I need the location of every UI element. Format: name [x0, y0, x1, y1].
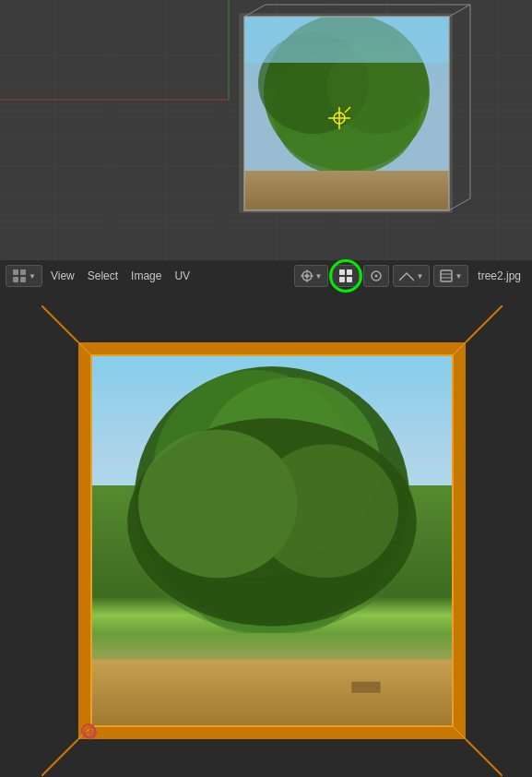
uv-texture-image [91, 355, 453, 726]
svg-line-28 [449, 5, 470, 17]
view-overlay-button[interactable]: ▼ [433, 265, 468, 287]
proportional-dropdown-arrow: ▼ [416, 272, 423, 281]
svg-point-44 [305, 274, 309, 278]
overlay-icon [440, 269, 453, 282]
mode-dropdown-arrow: ▼ [29, 272, 36, 281]
mode-selector-button[interactable]: ▼ [6, 265, 42, 287]
overlay-dropdown-arrow: ▼ [455, 272, 462, 281]
svg-point-60 [254, 444, 398, 578]
svg-rect-46 [347, 269, 352, 275]
snapping-icon [370, 269, 383, 282]
svg-rect-39 [13, 277, 18, 282]
svg-rect-63 [351, 682, 380, 693]
svg-rect-40 [20, 277, 26, 282]
origin-indicator [81, 723, 96, 738]
pivot-icon [301, 269, 313, 282]
tool-selector-button[interactable] [332, 265, 360, 287]
image-filename-label: tree2.jpg [472, 268, 526, 284]
toolbar: ▼ View Select Image UV ▼ [0, 260, 532, 292]
proportional-icon [399, 269, 414, 282]
3d-viewport[interactable] [0, 0, 532, 260]
svg-line-69 [453, 726, 466, 739]
uv-image-area [78, 342, 466, 739]
proportional-editing-button[interactable]: ▼ [393, 265, 430, 287]
pivot-button[interactable]: ▼ [294, 265, 329, 287]
svg-line-67 [453, 342, 466, 355]
svg-point-50 [375, 275, 378, 278]
select-menu[interactable]: Select [83, 268, 123, 284]
svg-rect-61 [91, 660, 453, 726]
mode-icon [12, 269, 27, 283]
pivot-dropdown-arrow: ▼ [315, 272, 323, 281]
view-menu[interactable]: View [46, 268, 79, 284]
uv-menu[interactable]: UV [170, 268, 195, 284]
svg-rect-37 [13, 269, 18, 275]
svg-rect-26 [244, 17, 449, 63]
svg-rect-38 [20, 269, 26, 275]
svg-rect-45 [339, 269, 345, 275]
svg-rect-25 [244, 171, 449, 210]
svg-rect-51 [441, 270, 452, 281]
svg-line-66 [78, 342, 91, 355]
svg-rect-48 [347, 277, 352, 282]
grid-tools-icon [338, 269, 353, 283]
tree-detail-svg [91, 355, 453, 726]
grid-svg [0, 0, 532, 260]
uv-editor-viewport[interactable] [0, 292, 532, 777]
snapping-button[interactable] [363, 265, 389, 287]
viewport-background [0, 0, 532, 260]
svg-rect-47 [339, 277, 345, 282]
image-menu[interactable]: Image [126, 268, 166, 284]
origin-circle-icon [83, 725, 98, 740]
